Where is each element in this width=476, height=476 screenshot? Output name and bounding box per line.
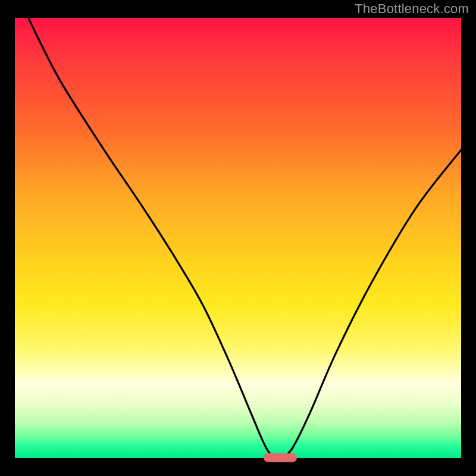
chart-frame: TheBottleneck.com — [0, 0, 476, 476]
watermark-text: TheBottleneck.com — [355, 1, 469, 17]
plot-area — [15, 18, 461, 458]
bottleneck-curve — [15, 18, 461, 458]
optimum-marker — [264, 453, 297, 462]
